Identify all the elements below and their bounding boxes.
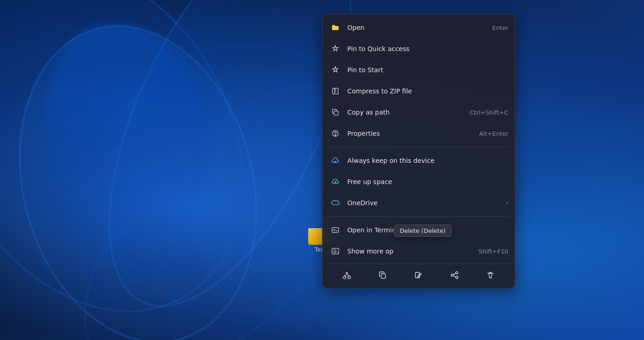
copy-path-icon <box>329 106 342 119</box>
svg-point-11 <box>451 274 454 277</box>
svg-point-7 <box>348 276 351 279</box>
menu-free-space-label: Free up space <box>347 178 508 185</box>
svg-rect-1 <box>334 111 338 115</box>
context-menu-toolbar <box>322 264 515 285</box>
menu-pin-quick-label: Pin to Quick access <box>347 45 508 52</box>
onedrive-chevron-icon: › <box>506 200 508 206</box>
menu-show-more-label: Show more op <box>347 248 479 255</box>
menu-item-copy-path[interactable]: Copy as path Ctrl+Shift+C <box>322 102 515 123</box>
menu-compress-label: Compress to ZIP file <box>347 87 508 95</box>
pin-start-icon <box>329 63 342 76</box>
menu-copy-path-label: Copy as path <box>347 109 470 116</box>
properties-icon <box>329 127 342 140</box>
folder-open-icon <box>329 21 342 34</box>
menu-properties-label: Properties <box>347 130 479 137</box>
menu-pin-start-label: Pin to Start <box>347 66 508 74</box>
menu-item-open[interactable]: Open Enter <box>322 17 515 38</box>
toolbar-share-button[interactable] <box>445 267 464 283</box>
menu-item-pin-start[interactable]: Pin to Start <box>322 59 515 81</box>
toolbar-copy-button[interactable] <box>374 267 392 283</box>
menu-properties-shortcut: Alt+Enter <box>479 130 508 137</box>
menu-item-show-more[interactable]: Show more op Shift+F10 <box>322 241 515 262</box>
show-more-icon <box>329 245 342 258</box>
divider-2 <box>328 216 509 217</box>
svg-point-6 <box>343 276 346 279</box>
divider-1 <box>328 147 509 147</box>
cloud-up-icon <box>329 175 342 188</box>
menu-open-shortcut: Enter <box>492 24 508 31</box>
menu-item-free-space[interactable]: Free up space <box>322 171 515 192</box>
menu-show-more-shortcut: Shift+F10 <box>479 248 508 255</box>
menu-item-always-keep[interactable]: Always keep on this device <box>322 150 515 171</box>
context-menu: Open Enter Pin to Quick access Pin to St… <box>322 14 515 288</box>
delete-tooltip: Delete (Delete) <box>394 225 452 237</box>
toolbar-cut-button[interactable] <box>338 267 356 283</box>
menu-item-pin-quick[interactable]: Pin to Quick access <box>322 38 515 59</box>
svg-rect-0 <box>333 88 339 94</box>
menu-item-properties[interactable]: Properties Alt+Enter <box>322 123 515 144</box>
menu-open-label: Open <box>347 24 492 31</box>
pin-quick-icon <box>329 42 342 55</box>
terminal-icon <box>329 224 342 236</box>
cloud-download-icon <box>329 154 342 167</box>
menu-copy-path-shortcut: Ctrl+Shift+C <box>470 109 508 116</box>
menu-onedrive-label: OneDrive <box>347 199 502 207</box>
svg-rect-8 <box>381 274 385 278</box>
toolbar-delete-button[interactable] <box>481 267 500 283</box>
onedrive-icon <box>329 196 342 209</box>
svg-point-10 <box>456 272 458 274</box>
svg-point-3 <box>335 135 335 136</box>
menu-item-compress-zip[interactable]: Compress to ZIP file <box>322 81 515 102</box>
menu-always-keep-label: Always keep on this device <box>347 157 508 164</box>
zip-icon <box>329 85 342 98</box>
toolbar-rename-button[interactable] <box>409 267 428 283</box>
menu-item-onedrive[interactable]: OneDrive › <box>322 192 515 213</box>
svg-point-12 <box>456 277 458 279</box>
